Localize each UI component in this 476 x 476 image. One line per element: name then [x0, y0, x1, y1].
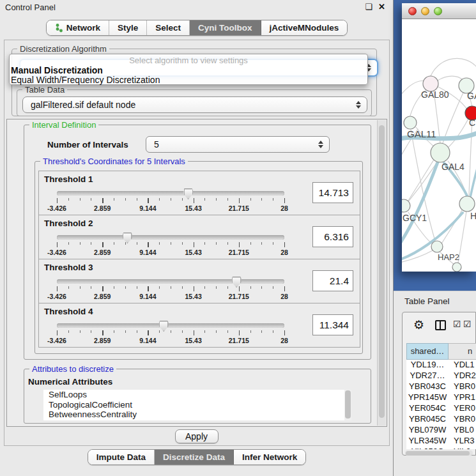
- tab-infer-network[interactable]: Infer Network: [234, 450, 305, 464]
- network-window-titlebar[interactable]: [402, 3, 476, 19]
- network-edge[interactable]: [448, 119, 468, 148]
- network-edge-thick[interactable]: [470, 156, 476, 197]
- number-of-intervals-spinner[interactable]: 5: [146, 136, 330, 153]
- cell-shared-name[interactable]: YBR043C: [406, 381, 449, 392]
- slider-tick: [227, 198, 228, 201]
- cell-shared-name[interactable]: YDR27…: [406, 371, 449, 381]
- slider-track[interactable]: [57, 235, 284, 240]
- threshold-row: Threshold 2-3.4262.8599.14415.4321.71528…: [38, 215, 360, 259]
- slider-thumb[interactable]: [123, 233, 132, 243]
- slider-tick: [284, 242, 285, 247]
- slider-thumb[interactable]: [159, 321, 169, 332]
- algorithm-option-manual[interactable]: Manual Discretization: [11, 65, 103, 75]
- table-row[interactable]: YBR043CYBR0: [406, 381, 476, 392]
- network-node[interactable]: [452, 263, 461, 272]
- gear-icon[interactable]: ⚙: [413, 318, 424, 332]
- traffic-light-zoom-button[interactable]: [434, 7, 442, 15]
- cell-name[interactable]: YDR2: [449, 371, 476, 381]
- slider-thumb[interactable]: [183, 188, 193, 199]
- apply-button[interactable]: Apply: [175, 429, 219, 443]
- cell-shared-name[interactable]: YLR345W: [406, 436, 449, 447]
- checkbox-icon[interactable]: ☑: [463, 319, 472, 329]
- cell-name[interactable]: YBR0: [449, 381, 475, 392]
- table-row[interactable]: YER054CYER0: [406, 403, 476, 414]
- threshold-value-field[interactable]: 21.4: [312, 270, 353, 291]
- network-node-gal11[interactable]: [404, 116, 417, 129]
- network-edge[interactable]: [431, 58, 476, 76]
- attributes-scrollbar-thumb[interactable]: [345, 390, 351, 418]
- network-node-gal4[interactable]: [431, 143, 450, 162]
- table-row[interactable]: YBR045CYBR0: [406, 414, 476, 425]
- float-window-icon[interactable]: ❏: [365, 2, 372, 12]
- cell-shared-name[interactable]: YBL079W: [406, 425, 449, 436]
- control-panel-title: Control Panel: [5, 3, 56, 12]
- tab-network[interactable]: Network: [47, 20, 109, 35]
- cell-shared-name[interactable]: YBR045C: [406, 414, 449, 425]
- slider-track[interactable]: [57, 323, 284, 328]
- cell-name[interactable]: YER0: [449, 403, 475, 414]
- slider-tick: [284, 286, 285, 291]
- attribute-list-item[interactable]: TopologicalCoefficient: [43, 400, 351, 410]
- network-graph-canvas[interactable]: GAL80GAL11GAL4GCY1HAP2GACH: [402, 20, 476, 272]
- tab-cyni-toolbox[interactable]: Cyni Toolbox: [190, 20, 261, 35]
- threshold-value-field[interactable]: 11.344: [312, 314, 353, 335]
- network-edge[interactable]: [438, 76, 463, 81]
- slider-tick-label: 2.859: [94, 249, 111, 256]
- network-node[interactable]: [459, 196, 475, 211]
- traffic-light-close-button[interactable]: [408, 7, 417, 15]
- threshold-value-field[interactable]: 6.316: [312, 226, 353, 247]
- attribute-list-item[interactable]: BetweennessCentrality: [43, 410, 351, 420]
- network-edge[interactable]: [411, 130, 435, 241]
- column-header-name[interactable]: n: [449, 343, 476, 360]
- network-edge[interactable]: [469, 120, 472, 196]
- cell-name[interactable]: YDL1: [449, 360, 475, 371]
- vertical-scrollbar[interactable]: [377, 120, 386, 426]
- tab-impute-data[interactable]: Impute Data: [88, 450, 155, 464]
- slider-track[interactable]: [57, 191, 284, 196]
- algorithm-option-equal-width[interactable]: Equal Width/Frequency Discretization: [11, 75, 160, 85]
- table-row[interactable]: YLR345WYLR3: [406, 436, 476, 447]
- close-icon[interactable]: ✕: [378, 2, 385, 12]
- threshold-slider: -3.4262.8599.14415.4321.71528: [57, 187, 284, 214]
- slider-tick: [273, 242, 273, 245]
- node-table[interactable]: shared… n YDL19…YDL1YDR27…YDR2YBR043CYBR…: [406, 343, 476, 449]
- slider-tick-label: 9.144: [139, 293, 156, 300]
- attributes-scrollbar[interactable]: [344, 390, 351, 420]
- table-data-combobox[interactable]: galFiltered.sif default node: [22, 96, 367, 113]
- tab-style[interactable]: Style: [109, 20, 147, 35]
- column-header-shared-name[interactable]: shared…: [406, 343, 449, 360]
- tab-discretize-data[interactable]: Discretize Data: [155, 450, 234, 464]
- cell-shared-name[interactable]: YDL19…: [406, 360, 449, 371]
- vertical-scrollbar-thumb[interactable]: [379, 125, 385, 418]
- network-node-hap2[interactable]: [431, 241, 443, 252]
- slider-thumb[interactable]: [232, 277, 242, 288]
- table-row[interactable]: YBL079WYBL0: [406, 425, 476, 436]
- cell-name[interactable]: YBL0: [449, 425, 474, 436]
- slider-tick: [216, 198, 217, 201]
- attribute-list-item[interactable]: SelfLoops: [43, 390, 351, 400]
- cell-shared-name[interactable]: YIL052C: [406, 447, 449, 449]
- horizontal-scrollbar-thumb[interactable]: [406, 451, 470, 456]
- table-row[interactable]: YDR27…YDR2: [406, 371, 476, 381]
- numerical-attributes-list[interactable]: SelfLoopsTopologicalCoefficientBetweenne…: [43, 390, 351, 420]
- horizontal-scrollbar[interactable]: [405, 450, 473, 456]
- tab-jactivemnodules[interactable]: jActiveMNodules: [261, 20, 348, 35]
- traffic-light-minimize-button[interactable]: [421, 7, 429, 15]
- table-rows: YDL19…YDL1YDR27…YDR2YBR043CYBR0YPR145WYP…: [406, 360, 476, 449]
- tab-select[interactable]: Select: [147, 20, 190, 35]
- slider-tick-label: 28: [280, 293, 288, 300]
- cell-shared-name[interactable]: YPR145W: [406, 392, 449, 403]
- cell-shared-name[interactable]: YER054C: [406, 403, 449, 414]
- cell-name[interactable]: YIL0: [449, 447, 471, 449]
- table-row[interactable]: YDL19…YDL1: [406, 360, 476, 371]
- table-row[interactable]: YPR145WYPR1: [406, 392, 476, 403]
- slider-track[interactable]: [57, 279, 284, 284]
- threshold-value-field[interactable]: 14.713: [312, 182, 353, 203]
- cell-name[interactable]: YPR1: [449, 392, 475, 403]
- cell-name[interactable]: YLR3: [449, 436, 475, 447]
- split-columns-icon[interactable]: [435, 320, 446, 330]
- algorithm-popup-hint[interactable]: Select algorithm to view settings: [10, 56, 367, 65]
- cell-name[interactable]: YBR0: [449, 414, 475, 425]
- checkbox-icon[interactable]: ☑: [453, 319, 461, 329]
- table-row[interactable]: YIL052CYIL0: [406, 447, 476, 449]
